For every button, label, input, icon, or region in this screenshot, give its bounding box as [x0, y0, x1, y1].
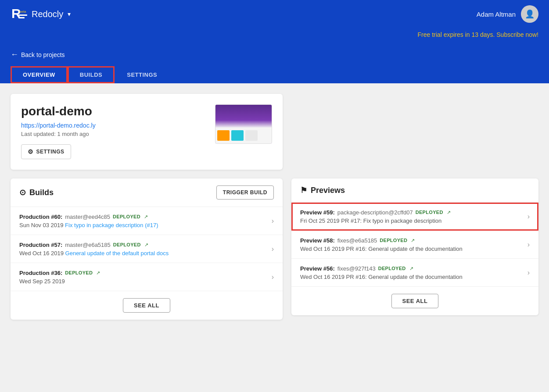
back-to-projects-link[interactable]: ← Back to projects [11, 45, 538, 66]
build-info-60: Production #60: master@eed4c85 DEPLOYED … [19, 213, 272, 228]
thumb-bar [215, 128, 272, 143]
preview-title-59: Preview #59: package-description@2cffd07… [300, 209, 527, 216]
previews-title-text: Previews [311, 186, 345, 195]
preview-status-58: DEPLOYED [380, 237, 407, 244]
preview-item-59[interactable]: Preview #59: package-description@2cffd07… [291, 203, 538, 231]
build-date-36: Wed Sep 25 2019 [19, 278, 65, 285]
tab-builds[interactable]: BUILDS [68, 66, 115, 83]
chevron-right-icon: › [272, 245, 274, 253]
build-item-60[interactable]: Production #60: master@eed4c85 DEPLOYED … [11, 207, 283, 235]
builds-see-all-button[interactable]: SEE ALL [123, 298, 170, 313]
external-link-preview-58[interactable]: ↗ [411, 238, 415, 243]
build-item-57[interactable]: Production #57: master@e6a5185 DEPLOYED … [11, 235, 283, 263]
external-link-36[interactable]: ↗ [96, 270, 100, 276]
build-msg-60: Fix typo in package description (#17) [65, 222, 158, 228]
preview-hash-59: package-description@2cffd07 [337, 209, 413, 216]
gear-icon: ⚙ [28, 148, 34, 155]
build-item-36[interactable]: Production #36: DEPLOYED ↗ Wed Sep 25 20… [11, 263, 283, 291]
preview-title-58: Preview #58: fixes@e6a5185 DEPLOYED ↗ [300, 237, 527, 244]
thumb-block-2 [231, 130, 244, 141]
build-label-57: Production #57: [19, 242, 62, 248]
project-url[interactable]: https://portal-demo.redoc.ly [21, 122, 96, 129]
chevron-right-icon: › [527, 213, 530, 221]
preview-date-58: Wed Oct 16 2019 [300, 246, 344, 252]
two-col-layout: ⊙ Builds TRIGGER BUILD Production #60: m… [11, 178, 538, 320]
build-hash-57: master@e6a5185 [65, 242, 111, 248]
nav-tabs: OVERVIEW BUILDS SETTINGS [11, 66, 538, 83]
redocly-logo-icon: R beta [11, 6, 29, 22]
thumb-block-1 [217, 130, 230, 141]
builds-icon: ⊙ [19, 188, 26, 197]
thumb-inner [215, 105, 272, 143]
build-status-60: DEPLOYED [113, 213, 140, 220]
chevron-right-icon: › [272, 273, 274, 281]
project-name: portal-demo [21, 104, 96, 118]
trigger-build-button[interactable]: TRIGGER BUILD [216, 185, 274, 200]
preview-item-58[interactable]: Preview #58: fixes@e6a5185 DEPLOYED ↗ We… [291, 231, 538, 259]
external-link-preview-56[interactable]: ↗ [409, 266, 413, 271]
logo-link[interactable]: R beta Redocly ▾ [11, 6, 71, 22]
project-thumbnail [215, 104, 272, 144]
builds-see-all-container: SEE ALL [11, 291, 283, 320]
preview-msg-56: PR #16: General update of the documentat… [346, 274, 463, 280]
builds-card: ⊙ Builds TRIGGER BUILD Production #60: m… [11, 178, 283, 320]
build-info-57: Production #57: master@e6a5185 DEPLOYED … [19, 241, 272, 257]
user-name: Adam Altman [477, 11, 516, 18]
preview-item-56[interactable]: Preview #56: fixes@927f143 DEPLOYED ↗ We… [291, 259, 538, 287]
build-desc-57: Wed Oct 16 2019 General update of the de… [19, 250, 272, 257]
header-right: Adam Altman 👤 [477, 5, 538, 23]
back-arrow-icon: ← [11, 50, 18, 59]
previews-see-all-container: SEE ALL [291, 287, 538, 315]
logo-text: Redocly [32, 9, 63, 19]
avatar[interactable]: 👤 [521, 5, 538, 23]
previews-column: ⚑ Previews Preview #59: package-descript… [291, 178, 538, 320]
project-info: portal-demo https://portal-demo.redoc.ly… [21, 104, 96, 159]
build-hash-60: master@eed4c85 [65, 214, 110, 220]
svg-rect-2 [18, 17, 25, 18]
settings-label: SETTINGS [36, 149, 65, 155]
previews-card: ⚑ Previews Preview #59: package-descript… [291, 178, 538, 315]
svg-rect-1 [18, 14, 27, 16]
preview-label-59: Preview #59: [300, 209, 335, 216]
preview-hash-56: fixes@927f143 [337, 265, 376, 272]
settings-button[interactable]: ⚙ SETTINGS [21, 144, 71, 159]
preview-label-56: Preview #56: [300, 265, 335, 272]
trial-text[interactable]: Free trial expires in 13 days. Subscribe… [418, 31, 538, 38]
chevron-right-icon: › [527, 241, 530, 249]
tab-overview[interactable]: OVERVIEW [11, 66, 68, 83]
preview-label-58: Preview #58: [300, 237, 335, 244]
previews-title: ⚑ Previews [300, 185, 345, 195]
preview-date-59: Fri Oct 25 2019 [300, 217, 340, 224]
build-title-36: Production #36: DEPLOYED ↗ [19, 269, 272, 276]
preview-desc-56: Wed Oct 16 2019 PR #16: General update o… [300, 274, 527, 280]
svg-text:beta: beta [19, 10, 26, 14]
external-link-60[interactable]: ↗ [144, 214, 148, 220]
previews-see-all-button[interactable]: SEE ALL [391, 294, 439, 308]
preview-status-56: DEPLOYED [378, 265, 406, 272]
external-link-57[interactable]: ↗ [144, 242, 148, 248]
chevron-down-icon: ▾ [68, 11, 71, 18]
build-label-60: Production #60: [19, 214, 62, 220]
build-msg-57: General update of the default portal doc… [65, 250, 169, 257]
header: R beta Redocly ▾ Adam Altman 👤 [0, 0, 549, 28]
external-link-preview-59[interactable]: ↗ [447, 210, 451, 215]
builds-column: ⊙ Builds TRIGGER BUILD Production #60: m… [11, 178, 283, 320]
trial-banner: Free trial expires in 13 days. Subscribe… [0, 28, 549, 45]
build-status-36: DEPLOYED [65, 269, 93, 276]
preview-hash-58: fixes@e6a5185 [337, 237, 377, 244]
build-date-57: Wed Oct 16 2019 [19, 250, 64, 257]
build-date-60: Sun Nov 03 2019 [19, 222, 63, 228]
preview-title-56: Preview #56: fixes@927f143 DEPLOYED ↗ [300, 265, 527, 272]
preview-info-56: Preview #56: fixes@927f143 DEPLOYED ↗ We… [300, 265, 527, 280]
previews-icon: ⚑ [300, 185, 307, 195]
tab-settings[interactable]: SETTINGS [115, 66, 169, 83]
thumb-block-3 [245, 130, 258, 141]
main-content: portal-demo https://portal-demo.redoc.ly… [0, 83, 549, 346]
preview-desc-58: Wed Oct 16 2019 PR #16: General update o… [300, 246, 527, 252]
preview-info-59: Preview #59: package-description@2cffd07… [300, 209, 527, 224]
build-label-36: Production #36: [19, 270, 62, 276]
header-left: R beta Redocly ▾ [11, 6, 71, 22]
build-desc-36: Wed Sep 25 2019 [19, 278, 272, 285]
build-title-57: Production #57: master@e6a5185 DEPLOYED … [19, 241, 272, 248]
preview-msg-58: PR #16: General update of the documentat… [346, 246, 463, 252]
